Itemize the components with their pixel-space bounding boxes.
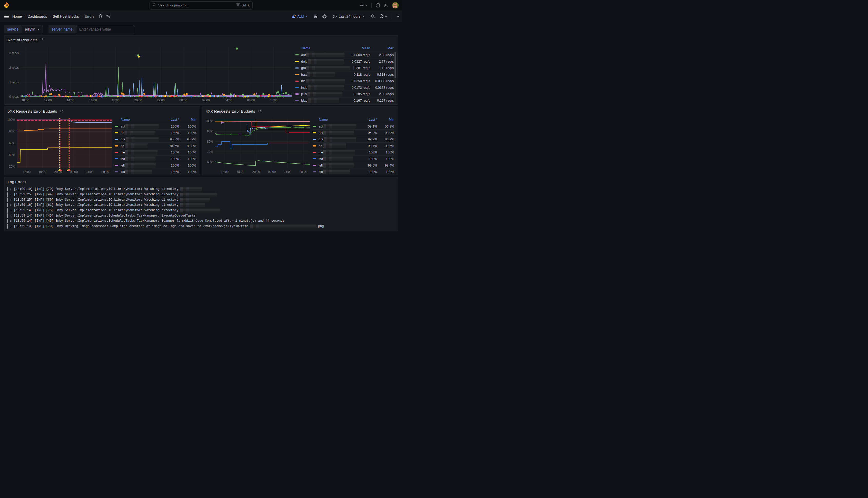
legend-row[interactable]: jell100%100% — [115, 162, 196, 168]
legend-row[interactable]: lda100%100% — [313, 169, 394, 175]
legend-sort-mean[interactable]: Mean — [342, 46, 370, 50]
panel-header[interactable]: 4XX Requests Error Budgets — [202, 107, 398, 116]
legend-row[interactable]: hle100%100% — [313, 149, 394, 156]
legend-sort-last[interactable]: Last * — [355, 118, 377, 121]
svg-text:100%: 100% — [7, 118, 15, 122]
legend-row[interactable]: ha.84.6%80.8% — [115, 142, 196, 149]
legend-row[interactable]: jell99.6%98.4% — [313, 162, 394, 168]
5xx-error-budget-chart[interactable]: 12:0016:0020:0000:0004:0008:0020%40%60%8… — [6, 116, 113, 174]
breadcrumb-dashboards[interactable]: Dashboards — [28, 14, 47, 18]
legend-value: 100% — [179, 150, 196, 154]
log-line[interactable]: ›[13:59:16] [INF] [61] Emby.Server.Imple… — [7, 202, 395, 208]
legend-row[interactable]: jelly0.185 req/s2.33 req/s — [295, 91, 394, 97]
legend-row[interactable]: ind100%100% — [115, 156, 196, 162]
series-name: aut — [115, 124, 157, 129]
external-link-icon[interactable] — [40, 38, 44, 42]
external-link-icon[interactable] — [60, 109, 64, 113]
log-line[interactable]: ›[14:00:10] [INF] [70] Emby.Server.Imple… — [7, 186, 395, 192]
breadcrumb-folder[interactable]: Self Host Blocks — [53, 14, 79, 18]
series-name: gra — [295, 66, 342, 70]
panel-header[interactable]: Log Errors — [4, 177, 398, 186]
log-line[interactable]: ›[13:59:13] [INF] [70] Emby.Drawing.Imag… — [7, 224, 395, 229]
legend-row[interactable]: lda100%100% — [115, 169, 196, 175]
dashboard-settings-button[interactable] — [322, 14, 327, 19]
expand-icon[interactable]: › — [10, 203, 12, 207]
log-line[interactable]: ›[13:59:14] [INF] [45] Emby.Server.Imple… — [7, 213, 395, 218]
time-range-picker[interactable]: Last 24 hours — [331, 14, 366, 19]
expand-icon[interactable]: › — [10, 198, 12, 202]
add-panel-button[interactable]: Add — [290, 14, 309, 19]
legend-row[interactable]: ha.t0.118 req/s0.333 req/s — [295, 71, 394, 78]
save-dashboard-button[interactable] — [313, 14, 318, 18]
series-name: ha. — [313, 143, 355, 148]
expand-icon[interactable]: › — [10, 193, 12, 197]
expand-icon[interactable]: › — [10, 219, 12, 223]
svg-text:20%: 20% — [9, 165, 15, 168]
legend-value: 98.4% — [377, 163, 394, 167]
help-button[interactable]: ? — [375, 3, 380, 8]
expand-icon[interactable]: › — [10, 209, 12, 212]
log-line[interactable]: ›[13:59:14] [INF] [75] Emby.Server.Imple… — [7, 208, 395, 213]
legend-row[interactable]: gra0.201 req/s1.13 req/s — [295, 65, 394, 71]
grafana-logo-icon[interactable] — [4, 2, 10, 9]
legend-sort-name[interactable]: Name — [313, 118, 355, 121]
series-color-pill — [313, 132, 316, 133]
series-name: hle — [295, 79, 342, 83]
legend-row[interactable]: aut100%100% — [115, 123, 196, 129]
series-name: lda — [115, 170, 157, 174]
legend-row[interactable]: aut58.1%56.8% — [313, 123, 394, 129]
variable-label-server-name: server_name — [49, 25, 76, 34]
legend-value: 92.2% — [355, 137, 377, 141]
variable-server-name-input[interactable] — [76, 25, 134, 34]
log-line[interactable]: ›[13:59:14] [INF] [45] Emby.Server.Imple… — [7, 218, 395, 224]
variable-service-dropdown[interactable]: jellyfin — [22, 25, 43, 34]
expand-icon[interactable]: › — [10, 187, 12, 191]
redacted-name — [125, 163, 156, 168]
legend-row[interactable]: gra95.3%95.2% — [115, 136, 196, 142]
legend-sort-last[interactable]: Last * — [157, 118, 179, 121]
legend-row[interactable]: del95.9%93.9% — [313, 129, 394, 136]
legend-row[interactable]: ind100%100% — [313, 156, 394, 162]
log-line[interactable]: ›[13:59:25] [INF] [80] Emby.Server.Imple… — [7, 197, 395, 202]
panel-header[interactable]: Rate of Requests — [4, 36, 398, 44]
star-icon[interactable] — [98, 14, 103, 19]
new-menu-button[interactable] — [360, 3, 368, 8]
legend-row[interactable]: hle0.0250 req/s0.0333 req/s — [295, 78, 394, 84]
legend-sort-name[interactable]: Name — [115, 118, 157, 121]
svg-text:02:00: 02:00 — [202, 99, 210, 102]
expand-icon[interactable]: › — [10, 224, 12, 228]
expand-icon[interactable]: › — [10, 214, 12, 218]
share-icon[interactable] — [106, 14, 110, 19]
legend-row[interactable]: inde0.0173 req/s0.0333 req/s — [295, 84, 394, 91]
avatar[interactable] — [392, 2, 399, 9]
panel-header[interactable]: 5XX Requests Error Budgets — [4, 107, 200, 116]
rate-of-requests-chart[interactable]: 10:0012:0014:0016:0018:0020:0022:0000:00… — [6, 44, 294, 103]
collapse-toolbar-button[interactable] — [396, 15, 400, 18]
mega-menu-toggle[interactable] — [2, 12, 11, 21]
legend-row[interactable]: aut0.0608 req/s2.85 req/s — [295, 52, 394, 58]
refresh-button[interactable] — [379, 14, 387, 18]
series-color-pill — [115, 171, 118, 173]
legend-scrollbar[interactable] — [395, 51, 396, 102]
chevron-down-icon — [37, 28, 40, 30]
legend-sort-min[interactable]: Min — [179, 118, 196, 121]
legend-sort-min[interactable]: Min — [377, 118, 394, 121]
legend-row[interactable]: ha.99.7%99.6% — [313, 142, 394, 149]
zoom-out-button[interactable] — [371, 14, 375, 18]
4xx-error-budget-chart[interactable]: 12:0016:0020:0000:0004:0008:0060%70%80%9… — [204, 116, 312, 174]
legend-sort-max[interactable]: Max — [370, 46, 394, 50]
legend-row[interactable]: de100%100% — [115, 129, 196, 136]
legend-row[interactable]: delu0.0327 req/s2.77 req/s — [295, 58, 394, 64]
log-line[interactable]: ›[13:59:25] [INF] [44] Emby.Server.Imple… — [7, 192, 395, 197]
breadcrumb-home[interactable]: Home — [12, 14, 22, 18]
news-rss-button[interactable] — [384, 3, 388, 8]
external-link-icon[interactable] — [258, 109, 262, 113]
legend-row[interactable]: ldap0.167 req/s0.167 req/s — [295, 97, 394, 104]
legend-row[interactable]: gra92.2%86.2% — [313, 136, 394, 142]
redacted-name — [323, 163, 354, 168]
legend-row[interactable]: hle100%100% — [115, 149, 196, 156]
series-color-pill — [115, 132, 118, 133]
redacted-text — [250, 224, 316, 228]
global-search-input[interactable]: Search or jump to... ctrl+k — [149, 1, 253, 10]
legend-sort-name[interactable]: Name — [295, 46, 342, 50]
